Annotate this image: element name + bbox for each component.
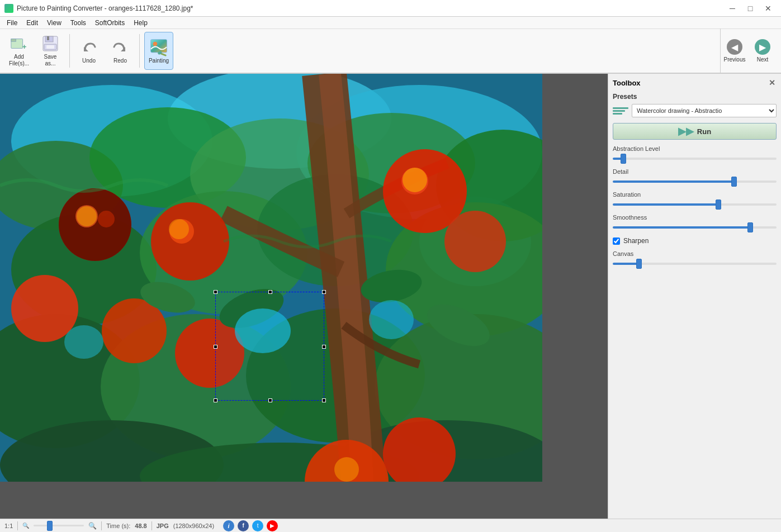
zoom-view: 1:1 (4, 522, 13, 529)
painting-label: Painting (149, 58, 169, 64)
menu-edit[interactable]: Edit (22, 18, 42, 28)
detail-label: Detail (613, 168, 777, 175)
menu-tools[interactable]: Tools (66, 18, 91, 28)
svg-point-40 (151, 202, 229, 281)
file-dimensions: (1280x960x24) (173, 522, 214, 529)
previous-icon: ◀ (727, 39, 742, 55)
smoothness-slider[interactable] (613, 226, 777, 229)
twitter-icon-button[interactable]: t (252, 520, 263, 531)
painting-button[interactable]: Painting (144, 32, 173, 70)
status-separator-1 (17, 521, 18, 530)
svg-point-50 (77, 206, 97, 226)
menu-help[interactable]: Help (129, 18, 152, 28)
presets-icon (613, 103, 628, 118)
toolbox-title: Toolbox (613, 79, 641, 87)
svg-point-51 (169, 219, 189, 239)
next-button[interactable]: ▶ Next (749, 28, 777, 73)
info-icon-button[interactable]: i (223, 520, 234, 531)
status-separator-2 (101, 521, 102, 530)
status-icons: i f t ▶ (223, 520, 278, 531)
canvas-area[interactable] (0, 74, 608, 519)
canvas-slider-row: Canvas (613, 250, 777, 267)
zoom-out-icon: 🔍 (22, 522, 29, 529)
menu-file[interactable]: File (2, 18, 22, 28)
toolbar-nav: ◀ Previous ▶ Next (720, 28, 777, 73)
next-label: Next (757, 56, 769, 63)
svg-text:+: + (22, 42, 27, 51)
saturation-label: Saturation (613, 191, 777, 198)
title-bar: Picture to Painting Converter - oranges-… (0, 0, 781, 17)
status-bar: 1:1 🔍 🔍 Time (s): 48.8 JPG (1280x960x24)… (0, 519, 781, 532)
svg-point-37 (59, 188, 131, 261)
zoom-slider[interactable] (34, 525, 84, 526)
svg-point-12 (153, 41, 158, 46)
maximize-button[interactable]: □ (742, 0, 759, 17)
next-icon: ▶ (755, 39, 770, 55)
toolbar-divider-2 (139, 34, 140, 68)
save-button[interactable]: Saveas... (36, 32, 65, 70)
svg-point-59 (369, 300, 414, 339)
svg-point-39 (98, 211, 115, 227)
detail-slider[interactable] (613, 180, 777, 183)
svg-rect-5 (47, 36, 49, 40)
redo-label: Redo (113, 58, 127, 64)
abstraction-slider-row: Abstraction Level (613, 145, 777, 162)
zoom-in-icon: 🔍 (88, 522, 97, 530)
svg-point-47 (175, 319, 244, 388)
facebook-icon-button[interactable]: f (238, 520, 249, 531)
svg-rect-11 (151, 39, 167, 52)
app-icon (4, 4, 13, 13)
sharpen-row: Sharpen (613, 237, 777, 245)
presets-select[interactable]: Watercolor drawing - AbstractioOil Paint… (632, 104, 777, 117)
redo-button[interactable]: Redo (106, 32, 135, 70)
file-format: JPG (157, 522, 169, 529)
youtube-icon-button[interactable]: ▶ (267, 520, 278, 531)
toolbar-divider-1 (69, 34, 70, 68)
window-controls: ─ □ ✕ (724, 0, 777, 17)
smoothness-slider-row: Smoothness (613, 214, 777, 230)
sharpen-checkbox[interactable] (613, 238, 620, 245)
sharpen-label: Sharpen (623, 237, 649, 245)
menu-bar: File Edit View Tools SoftOrbits Help (0, 17, 781, 29)
toolbox-header: Toolbox ✕ (613, 78, 777, 87)
minimize-button[interactable]: ─ (724, 0, 741, 17)
svg-point-53 (334, 457, 359, 482)
svg-point-52 (403, 168, 427, 192)
canvas-slider[interactable] (613, 263, 777, 265)
detail-slider-row: Detail (613, 168, 777, 184)
add-file-label: AddFile(s)... (9, 54, 29, 67)
abstraction-slider[interactable] (613, 158, 777, 160)
painting-icon (150, 39, 168, 56)
saturation-slider[interactable] (613, 203, 777, 206)
menu-softorbits[interactable]: SoftOrbits (91, 18, 129, 28)
undo-icon (80, 39, 98, 56)
previous-button[interactable]: ◀ Previous (721, 28, 749, 73)
run-button[interactable]: ▶▶ Run (613, 123, 777, 140)
previous-label: Previous (724, 56, 746, 63)
undo-button[interactable]: Undo (74, 32, 103, 70)
save-label: Saveas... (44, 54, 57, 67)
svg-point-60 (64, 325, 103, 359)
add-file-button[interactable]: + AddFile(s)... (4, 32, 34, 70)
undo-label: Undo (82, 58, 96, 64)
toolbox-close-button[interactable]: ✕ (768, 78, 777, 87)
add-file-icon: + (10, 35, 28, 53)
run-label: Run (697, 127, 711, 136)
close-button[interactable]: ✕ (760, 0, 777, 17)
zoom-level: 1:1 (4, 522, 13, 529)
presets-row: Watercolor drawing - AbstractioOil Paint… (613, 103, 777, 118)
menu-view[interactable]: View (42, 18, 66, 28)
run-icon: ▶▶ (678, 125, 694, 137)
svg-point-45 (444, 211, 506, 272)
toolbar: + AddFile(s)... Saveas... Undo (0, 29, 781, 74)
main-area: Toolbox ✕ Presets Watercolor drawing - A… (0, 74, 781, 519)
window-title: Picture to Painting Converter - oranges-… (17, 4, 724, 12)
toolbox-panel: Toolbox ✕ Presets Watercolor drawing - A… (608, 74, 781, 519)
status-separator-3 (152, 521, 152, 530)
smoothness-label: Smoothness (613, 214, 777, 221)
svg-point-58 (235, 308, 291, 353)
canvas-label: Canvas (613, 250, 777, 257)
svg-rect-1 (11, 39, 16, 42)
time-value: 48.8 (135, 522, 146, 529)
redo-icon (111, 39, 129, 56)
